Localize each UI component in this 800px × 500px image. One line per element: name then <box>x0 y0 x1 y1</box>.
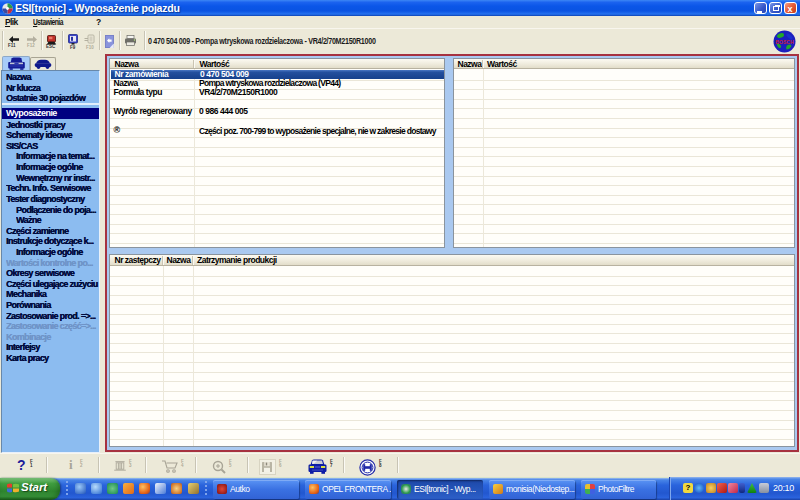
svg-text:BOSCH: BOSCH <box>775 39 793 45</box>
